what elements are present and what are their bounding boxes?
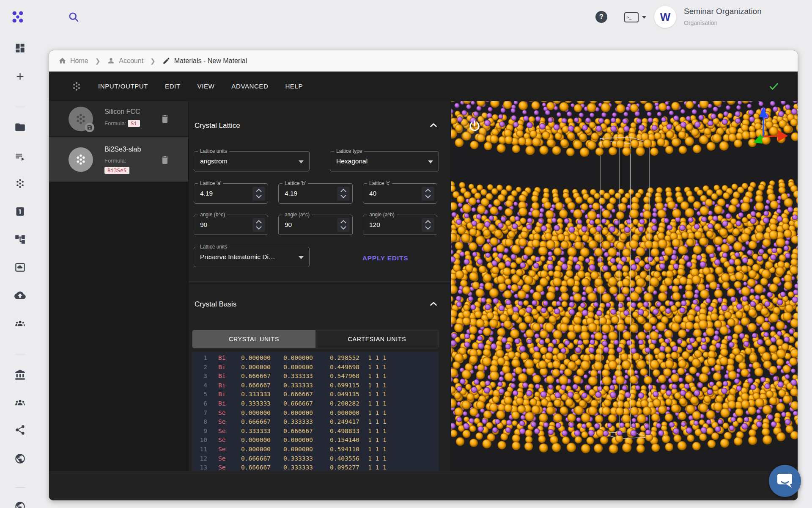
lattice-field-5[interactable]: angle (a^b)120 [363,215,437,235]
basis-coordinates-editor[interactable]: 1Bi0.0000000.0000000.2985521 1 12Bi0.000… [192,352,439,471]
coord-z: 0.000000 [330,408,359,417]
console-dropdown-caret-icon[interactable] [642,16,646,19]
menu-item-help[interactable]: HELP [285,83,303,90]
field-value: 120 [369,215,380,235]
basis-row-3[interactable]: 3Bi0.6666670.3333330.5479681 1 1 [192,371,439,381]
explore-globe-icon[interactable] [14,453,26,464]
axes-gizmo-icon[interactable] [743,104,790,150]
stepper-control[interactable] [252,218,265,232]
menu-item-advanced[interactable]: ADVANCED [231,83,268,90]
sidebar-divider [15,107,25,107]
basis-row-10[interactable]: 10Se0.0000000.0000000.1541401 1 1 [192,435,439,444]
basis-row-13[interactable]: 13Se0.6666670.3333330.0952771 1 1 [192,463,439,471]
menu-item-input-output[interactable]: INPUT/OUTPUT [98,83,148,90]
lattice-field-1[interactable]: Lattice 'b'4.19 [278,183,353,204]
coord-y: 0.333333 [283,417,313,426]
basis-row-6[interactable]: 6Bi0.3333330.6666670.2002821 1 1 [192,399,439,408]
stepper-control[interactable] [337,218,350,232]
constraint-flags: 1 1 1 [368,389,387,399]
stepper-control[interactable] [252,187,265,201]
formula-label: Formula: [104,157,126,164]
chevron-down-icon [299,160,304,163]
line-number: 5 [192,389,207,399]
app-logo-icon[interactable] [10,9,25,25]
breadcrumb-account[interactable]: Account [107,57,143,65]
constraint-flags: 1 1 1 [368,454,387,463]
viewer-power-button[interactable] [461,112,488,140]
lattice-field-0[interactable]: Lattice 'a'4.19 [194,183,268,204]
organization-icon[interactable] [14,369,26,381]
stepper-control[interactable] [422,218,434,232]
lattice-type-select[interactable]: Lattice type Hexagonal [330,151,439,171]
delete-material-icon[interactable] [160,114,170,124]
apply-edits-button[interactable]: APPLY EDITS [349,250,421,266]
help-icon[interactable]: ? [595,11,607,23]
constraint-flags: 1 1 1 [368,463,387,471]
line-number: 2 [192,362,207,372]
coord-z: 0.049135 [330,389,359,399]
search-icon[interactable] [68,11,80,23]
create-new-icon[interactable] [14,71,26,82]
basis-units-tabs: CRYSTAL UNITS CARTESIAN UNITS [192,330,439,348]
basis-row-11[interactable]: 11Se0.0000000.0000000.5941101 1 1 [192,444,439,454]
delete-material-icon[interactable] [160,155,170,165]
basis-row-1[interactable]: 1Bi0.0000000.0000000.2985521 1 1 [192,353,439,362]
workflows-icon[interactable] [14,234,26,245]
avatar[interactable]: W [654,6,676,28]
users-icon[interactable] [14,397,26,408]
atoms-canvas[interactable] [451,101,798,471]
structure-3d-viewer[interactable] [451,101,798,471]
element-symbol: Se [218,426,225,436]
lattice-field-4[interactable]: angle (a^c)90 [278,215,353,235]
console-icon[interactable]: >_ [624,12,639,22]
material-item-silicon[interactable]: Silicon FCC Formula: Si [49,101,188,137]
saved-badge-icon [85,123,94,132]
stepper-control[interactable] [422,187,434,201]
coord-x: 0.000000 [241,362,271,372]
lattice-field-3[interactable]: angle (b^c)90 [194,215,268,235]
basis-row-5[interactable]: 5Bi0.3333330.6666670.0491351 1 1 [192,389,439,399]
stepper-control[interactable] [337,187,350,201]
images-icon[interactable] [14,262,26,273]
menu-items: INPUT/OUTPUTEDITVIEWADVANCEDHELP [98,83,320,90]
section-divider [189,282,451,282]
coord-x: 0.666667 [241,463,271,471]
share-icon[interactable] [14,424,26,436]
coord-z: 0.095277 [330,463,359,471]
material-item-bi2se3-selected[interactable]: Bi2Se3-slab Formula: Bi3Se5 [49,137,188,182]
collapse-basis-icon[interactable] [428,298,439,309]
globe-partial-icon[interactable] [14,501,26,508]
cloud-upload-icon[interactable] [14,290,26,301]
counter-one-icon[interactable] [14,206,26,217]
basis-row-8[interactable]: 8Se0.6666670.3333330.2494171 1 1 [192,417,439,426]
tab-crystal-units[interactable]: CRYSTAL UNITS [192,330,315,348]
chevron-down-icon [428,160,433,163]
basis-row-7[interactable]: 7Se0.0000000.0000000.0000001 1 1 [192,408,439,417]
chat-launcher-button[interactable] [769,465,801,497]
chevron-down-icon [299,256,304,259]
materials-icon[interactable] [14,178,26,189]
menu-item-view[interactable]: VIEW [198,83,215,90]
saved-check-icon[interactable] [768,81,780,92]
coord-x: 0.333333 [241,399,271,408]
collapse-lattice-icon[interactable] [428,120,439,131]
field-value: 90 [285,215,292,235]
dashboard-icon[interactable] [14,42,26,54]
basis-row-2[interactable]: 2Bi0.0000000.0000000.4496981 1 1 [192,362,439,372]
breadcrumb-home[interactable]: Home [58,57,88,65]
lattice-units-select[interactable]: Lattice units angstrom [194,151,310,171]
chevron-right-icon: ❯ [150,57,156,65]
jobs-list-icon[interactable] [14,150,26,162]
field-value: 90 [200,215,207,235]
lattice-units-behavior-select[interactable]: Lattice units Preserve Interatomic Di… [194,247,310,267]
menu-item-edit[interactable]: EDIT [165,83,181,90]
basis-row-12[interactable]: 12Se0.6666670.3333330.4035561 1 1 [192,454,439,463]
tab-cartesian-units[interactable]: CARTESIAN UNITS [315,330,439,348]
team-icon[interactable] [14,318,26,329]
projects-folder-icon[interactable] [14,121,26,133]
lattice-field-2[interactable]: Lattice 'c'40 [363,183,437,204]
molecule-icon [74,113,87,125]
basis-row-4[interactable]: 4Bi0.6666670.3333330.6991151 1 1 [192,381,439,390]
basis-row-9[interactable]: 9Se0.3333330.6666670.4988331 1 1 [192,426,439,436]
org-name[interactable]: Seminar Organization [684,7,762,16]
